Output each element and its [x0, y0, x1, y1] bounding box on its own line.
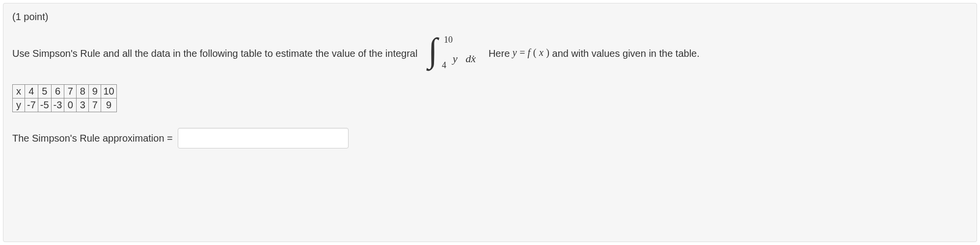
- problem-statement: Use Simpson's Rule and all the data in t…: [12, 36, 968, 71]
- answer-input[interactable]: [178, 128, 349, 148]
- cell: 7: [64, 85, 77, 98]
- cell: 9: [101, 98, 116, 112]
- equation-rhs-x: x: [539, 47, 544, 58]
- differential: dx: [465, 52, 476, 65]
- problem-panel: (1 point) Use Simpson's Rule and all the…: [3, 3, 977, 242]
- table-row: y -7 -5 -3 0 3 7 9: [13, 98, 117, 112]
- row-label-y: y: [13, 98, 25, 112]
- equation-eq: =: [519, 47, 527, 58]
- data-table: x 4 5 6 7 8 9 10 y -7 -5 -3 0 3 7 9: [12, 84, 117, 112]
- instruction-pre: Use Simpson's Rule and all the data in t…: [12, 48, 420, 59]
- answer-label: The Simpson's Rule approximation =: [12, 133, 173, 144]
- table-row: x 4 5 6 7 8 9 10: [13, 85, 117, 98]
- integral-expression: ∫ 10 4 y dx: [421, 36, 468, 71]
- cell: 6: [51, 85, 64, 98]
- cell: 5: [38, 85, 51, 98]
- cell: 0: [64, 98, 77, 112]
- cell: -7: [25, 98, 38, 112]
- integrand-var: y: [453, 52, 458, 65]
- instruction-here: Here: [489, 48, 513, 59]
- integral-sign-icon: ∫: [428, 33, 437, 68]
- equation-paren-close: ): [546, 47, 549, 58]
- equation-lhs: y: [513, 47, 517, 58]
- points-label: (1 point): [12, 11, 968, 23]
- cell: 10: [101, 85, 116, 98]
- equation-rhs-f: f: [528, 47, 531, 58]
- cell: 8: [77, 85, 89, 98]
- instruction-post2: and with values given in the table.: [552, 48, 700, 59]
- cell: 7: [89, 98, 101, 112]
- answer-line: The Simpson's Rule approximation =: [12, 128, 968, 148]
- cell: -3: [51, 98, 64, 112]
- row-label-x: x: [13, 85, 25, 98]
- integral-lower-limit: 4: [442, 56, 446, 75]
- integral-upper-limit: 10: [444, 30, 453, 50]
- cell: 3: [77, 98, 89, 112]
- cell: -5: [38, 98, 51, 112]
- equation-paren-open: (: [533, 47, 537, 58]
- cell: 4: [25, 85, 38, 98]
- integrand: y dx: [453, 47, 476, 71]
- cell: 9: [89, 85, 101, 98]
